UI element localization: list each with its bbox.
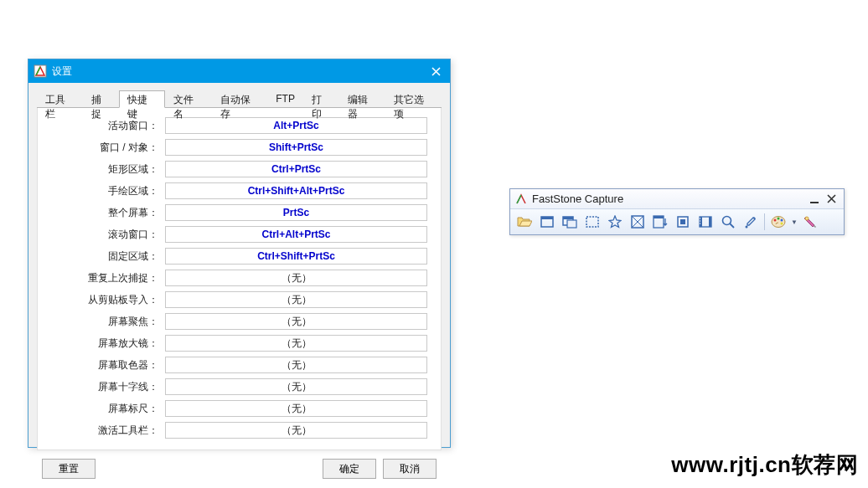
open-file-icon: [517, 215, 532, 229]
svg-point-16: [700, 218, 700, 218]
color-picker-button[interactable]: [740, 212, 762, 232]
hotkey-field[interactable]: （无）: [165, 270, 427, 286]
svg-point-24: [781, 219, 783, 222]
hotkey-field[interactable]: Shift+PrtSc: [165, 139, 427, 156]
hotkey-field[interactable]: （无）: [165, 313, 427, 330]
svg-point-17: [700, 220, 700, 221]
capture-fixed-button[interactable]: [672, 212, 694, 232]
hotkey-label: 屏幕取色器：: [51, 358, 158, 372]
settings-icon: [803, 215, 817, 229]
hotkey-row: 重复上次捕捉：（无）: [51, 269, 427, 287]
toolbar-titlebar[interactable]: FastStone Capture: [510, 189, 844, 209]
svg-rect-6: [567, 220, 576, 228]
capture-object-button[interactable]: [559, 212, 581, 232]
reset-button[interactable]: 重置: [42, 459, 96, 479]
capture-window-icon: [540, 215, 554, 229]
cancel-button[interactable]: 取消: [383, 459, 437, 479]
hotkey-label: 激活工具栏：: [51, 424, 158, 438]
tab-3[interactable]: 文件名: [165, 90, 211, 108]
toolbar-separator: [764, 213, 765, 230]
hotkey-field[interactable]: （无）: [165, 422, 427, 439]
capture-rect-icon: [586, 216, 599, 228]
svg-point-22: [774, 219, 777, 222]
dialog-buttons: 重置 确定 取消: [37, 450, 442, 479]
minimize-button[interactable]: [807, 192, 822, 207]
hotkey-row: 屏幕标尺：（无）: [51, 399, 427, 418]
hotkey-field[interactable]: Ctrl+PrtSc: [165, 161, 427, 177]
capture-full-button[interactable]: [627, 212, 648, 232]
hotkey-label: 重复上次捕捉：: [51, 271, 158, 285]
dialog-body: 工具栏捕捉快捷键文件名自动保存FTP打印编辑器其它选项 活动窗口：Alt+Prt…: [28, 83, 450, 447]
color-picker-icon: [744, 215, 757, 229]
app-logo-icon: [515, 193, 527, 205]
hotkey-row: 屏幕十字线：（无）: [51, 378, 427, 396]
svg-point-20: [746, 226, 748, 229]
hotkey-row: 屏幕放大镜：（无）: [51, 334, 427, 352]
palette-button[interactable]: [767, 212, 789, 232]
hotkey-field[interactable]: Ctrl+Alt+PrtSc: [165, 226, 427, 243]
toolbar-close-button[interactable]: [824, 192, 839, 207]
hotkey-row: 活动窗口：Alt+PrtSc: [51, 116, 427, 135]
svg-rect-1: [810, 202, 819, 203]
hotkeys-panel: 活动窗口：Alt+PrtSc窗口 / 对象：Shift+PrtSc矩形区域：Ct…: [37, 108, 442, 450]
toolbar-body: ▼: [510, 209, 844, 234]
tab-7[interactable]: 编辑器: [339, 90, 385, 108]
hotkey-label: 从剪贴板导入：: [51, 293, 158, 307]
app-icon: [34, 64, 47, 78]
svg-rect-15: [709, 217, 711, 227]
capture-rect-button[interactable]: [581, 212, 603, 232]
magnifier-button[interactable]: [717, 212, 739, 232]
capture-window-button[interactable]: [536, 212, 558, 232]
tab-6[interactable]: 打印: [303, 90, 339, 108]
svg-point-18: [700, 223, 700, 223]
hotkey-label: 屏幕十字线：: [51, 380, 158, 394]
record-button[interactable]: [695, 212, 716, 232]
capture-freehand-icon: [608, 215, 622, 229]
hotkey-row: 手绘区域：Ctrl+Shift+Alt+PrtSc: [51, 182, 427, 200]
hotkey-field[interactable]: （无）: [165, 291, 427, 308]
hotkey-label: 整个屏幕：: [51, 206, 158, 220]
tab-1[interactable]: 捕捉: [83, 90, 119, 108]
hotkey-row: 固定区域：Ctrl+Shift+PrtSc: [51, 247, 427, 265]
hotkey-field[interactable]: （无）: [165, 378, 427, 395]
capture-object-icon: [562, 215, 577, 229]
ok-button[interactable]: 确定: [323, 459, 376, 479]
hotkey-field[interactable]: Ctrl+Shift+Alt+PrtSc: [165, 182, 427, 199]
hotkey-row: 滚动窗口：Ctrl+Alt+PrtSc: [51, 225, 427, 244]
tab-4[interactable]: 自动保存: [212, 90, 268, 108]
record-icon: [699, 215, 712, 229]
svg-point-26: [805, 217, 809, 220]
tab-2[interactable]: 快捷键: [119, 90, 165, 108]
hotkey-label: 固定区域：: [51, 249, 158, 264]
tab-5[interactable]: FTP: [267, 90, 303, 108]
capture-scroll-icon: [653, 215, 668, 229]
capture-freehand-button[interactable]: [604, 212, 626, 232]
footer-watermark: www.rjtj.cn软荐网: [671, 450, 858, 480]
hotkey-field[interactable]: （无）: [165, 400, 427, 417]
capture-full-icon: [631, 215, 644, 229]
svg-point-25: [781, 223, 783, 225]
settings-button[interactable]: [799, 212, 821, 232]
hotkey-field[interactable]: （无）: [165, 335, 427, 352]
settings-titlebar: 设置: [28, 59, 450, 83]
hotkey-field[interactable]: （无）: [165, 357, 427, 373]
settings-dialog: 设置 工具栏捕捉快捷键文件名自动保存FTP打印编辑器其它选项 活动窗口：Alt+…: [28, 59, 451, 448]
capture-scroll-button[interactable]: [649, 212, 671, 232]
output-dropdown[interactable]: ▼: [790, 218, 798, 226]
hotkey-row: 从剪贴板导入：（无）: [51, 290, 427, 309]
settings-title: 设置: [52, 64, 426, 79]
hotkey-field[interactable]: Ctrl+Shift+PrtSc: [165, 248, 427, 265]
hotkey-label: 活动窗口：: [51, 119, 158, 133]
hotkey-label: 屏幕放大镜：: [51, 336, 158, 351]
hotkey-label: 窗口 / 对象：: [51, 141, 158, 155]
hotkey-label: 屏幕标尺：: [51, 402, 158, 416]
open-file-button[interactable]: [514, 212, 535, 232]
svg-rect-10: [654, 216, 664, 218]
hotkey-field[interactable]: Alt+PrtSc: [165, 117, 427, 134]
toolbar-title: FastStone Capture: [532, 193, 805, 205]
close-button[interactable]: [426, 62, 445, 80]
tab-8[interactable]: 其它选项: [385, 90, 442, 108]
tab-0[interactable]: 工具栏: [37, 90, 83, 108]
hotkey-field[interactable]: PrtSc: [165, 204, 427, 221]
svg-rect-12: [680, 219, 685, 224]
